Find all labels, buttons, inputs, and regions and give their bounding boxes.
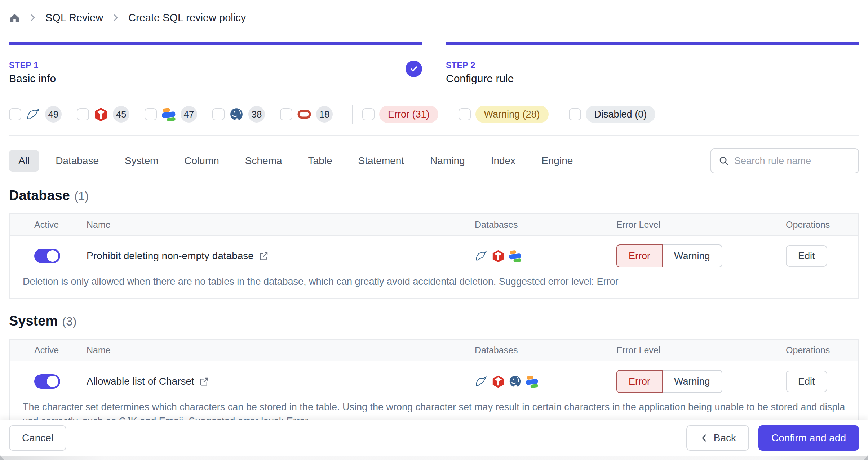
breadcrumb-sql-review[interactable]: SQL Review [45, 12, 103, 24]
oracle-icon [297, 107, 311, 121]
tab-database[interactable]: Database [46, 150, 108, 172]
column-databases: Databases [475, 345, 616, 355]
oracle-checkbox[interactable] [280, 108, 292, 120]
postgresql-count-badge: 38 [248, 106, 265, 123]
column-active: Active [10, 220, 87, 230]
step-1-completed-check-icon [406, 61, 422, 77]
step-2[interactable]: STEP 2 Configure rule [446, 42, 859, 85]
section-system-count: (3) [62, 315, 76, 328]
rule-name: Prohibit deleting non-empty database [87, 250, 254, 262]
section-database-count: (1) [74, 189, 89, 203]
tidb-checkbox[interactable] [77, 108, 89, 120]
disabled-level-checkbox[interactable] [569, 108, 581, 120]
rule-name: Allowable list of Charset [87, 376, 194, 387]
rule-active-toggle[interactable] [34, 374, 60, 389]
step-1-name: Basic info [9, 72, 422, 85]
tab-engine[interactable]: Engine [532, 150, 582, 172]
postgresql-checkbox[interactable] [212, 108, 225, 120]
table-row: Prohibit deleting non-empty database Err… [10, 236, 858, 298]
footer-action-bar: Cancel Back Confirm and add [0, 420, 868, 460]
tab-schema[interactable]: Schema [236, 150, 292, 172]
rule-engines [475, 249, 616, 262]
oracle-count-badge: 18 [316, 106, 333, 123]
tab-statement[interactable]: Statement [349, 150, 414, 172]
filter-oceanbase: 47 [145, 106, 197, 123]
section-database-label: Database [9, 188, 70, 203]
oceanbase-icon [161, 107, 176, 121]
step-1[interactable]: STEP 1 Basic info [9, 42, 422, 85]
tidb-count-badge: 45 [113, 106, 129, 123]
postgresql-icon [229, 107, 244, 121]
category-tabs: All Database System Column Schema Table … [9, 150, 582, 172]
table-header: Active Name Databases Error Level Operat… [10, 340, 858, 361]
mysql-count-badge: 49 [45, 106, 62, 123]
tab-index[interactable]: Index [482, 150, 525, 172]
confirm-and-add-button[interactable]: Confirm and add [758, 425, 859, 451]
external-link-icon[interactable] [259, 251, 269, 261]
warning-count-pill: Warning (28) [475, 106, 549, 123]
step-2-name: Configure rule [446, 72, 859, 85]
column-operations: Operations [786, 345, 866, 355]
tidb-icon [492, 249, 505, 262]
filter-warning-level: Warning (28) [459, 106, 549, 123]
disabled-count-pill: Disabled (0) [586, 106, 656, 123]
back-button-label: Back [714, 432, 736, 444]
rule-active-toggle[interactable] [34, 249, 60, 263]
cancel-button[interactable]: Cancel [9, 425, 66, 451]
tidb-icon [94, 107, 108, 121]
oceanbase-checkbox[interactable] [145, 108, 157, 120]
error-count-pill: Error (31) [379, 106, 438, 123]
filter-oracle: 18 [280, 106, 333, 123]
column-error-level: Error Level [616, 220, 786, 230]
error-level-warning-button[interactable]: Warning [663, 244, 722, 267]
tab-column[interactable]: Column [175, 150, 228, 172]
category-tabs-row: All Database System Column Schema Table … [9, 148, 859, 173]
error-level-checkbox[interactable] [362, 108, 375, 120]
column-active: Active [10, 345, 87, 355]
tab-system[interactable]: System [115, 150, 168, 172]
rule-engines [475, 375, 616, 388]
column-error-level: Error Level [616, 345, 786, 355]
filter-mysql: 49 [9, 106, 62, 123]
filter-postgresql: 38 [212, 106, 265, 123]
mysql-icon [475, 375, 488, 388]
oceanbase-icon [509, 249, 522, 262]
chevron-left-icon [699, 433, 709, 443]
rule-description: Deletion is only allowed when there are … [10, 267, 858, 298]
home-icon[interactable] [9, 12, 20, 23]
tab-table[interactable]: Table [299, 150, 342, 172]
step-1-progress-bar [9, 42, 422, 45]
database-rule-table: Active Name Databases Error Level Operat… [9, 213, 859, 299]
column-operations: Operations [786, 220, 866, 230]
error-level-error-button[interactable]: Error [616, 370, 663, 393]
error-level-segmented: Error Warning [616, 244, 786, 267]
breadcrumb: SQL Review Create SQL review policy [9, 9, 859, 26]
tab-naming[interactable]: Naming [421, 150, 474, 172]
tab-all[interactable]: All [9, 150, 39, 172]
edit-button[interactable]: Edit [786, 245, 827, 267]
external-link-icon[interactable] [199, 377, 209, 386]
edit-button[interactable]: Edit [786, 371, 827, 392]
warning-level-checkbox[interactable] [459, 108, 471, 120]
error-level-segmented: Error Warning [616, 370, 786, 393]
step-2-label: STEP 2 [446, 61, 859, 70]
step-2-progress-bar [446, 42, 859, 45]
filter-error-level: Error (31) [362, 106, 438, 123]
postgresql-icon [509, 375, 522, 388]
back-button[interactable]: Back [686, 425, 749, 451]
search-box [710, 148, 859, 173]
step-1-label: STEP 1 [9, 61, 422, 70]
section-system-label: System [9, 313, 58, 329]
search-input[interactable] [734, 155, 851, 167]
chevron-right-icon [111, 13, 120, 22]
search-icon [718, 155, 729, 166]
filter-disabled-level: Disabled (0) [569, 106, 656, 123]
section-title-database: Database (1) [9, 188, 859, 203]
error-level-warning-button[interactable]: Warning [663, 370, 722, 393]
mysql-icon [475, 249, 488, 262]
filter-tidb: 45 [77, 106, 129, 123]
create-sql-review-policy-page: SQL Review Create SQL review policy STEP… [0, 0, 868, 460]
error-level-error-button[interactable]: Error [616, 244, 663, 267]
stepper: STEP 1 Basic info STEP 2 Configure rule [9, 42, 859, 85]
mysql-checkbox[interactable] [9, 108, 21, 120]
